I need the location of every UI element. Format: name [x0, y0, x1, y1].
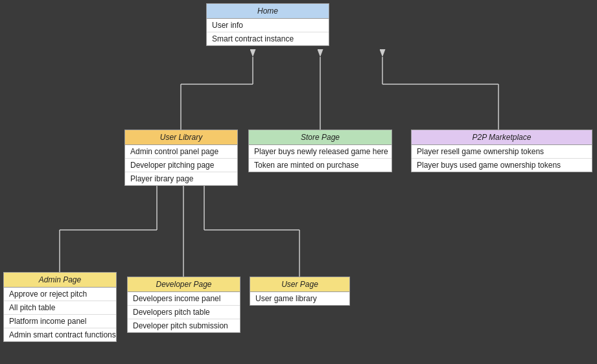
p2p-marketplace-row-0: Player resell game ownership tokens	[412, 145, 592, 159]
store-page-box: Store Page Player buys newly released ga…	[248, 130, 392, 172]
user-page-title: User Page	[281, 280, 318, 289]
p2p-marketplace-header: P2P Marketplace	[412, 130, 592, 145]
home-row-1: Smart contract instance	[207, 32, 329, 45]
admin-page-row-0: Approve or reject pitch	[4, 288, 116, 301]
developer-page-box: Developer Page Developers income panel D…	[127, 277, 240, 333]
store-page-row-0: Player buys newly released game here	[249, 145, 392, 159]
user-library-row-2: Player ibrary page	[125, 172, 237, 185]
user-library-title: User Library	[160, 133, 202, 142]
user-library-header: User Library	[125, 130, 237, 145]
home-header: Home	[207, 4, 329, 19]
p2p-marketplace-row-1: Player buys used game ownership tokens	[412, 159, 592, 172]
admin-page-header: Admin Page	[4, 273, 116, 288]
home-box: Home User info Smart contract instance	[206, 3, 329, 46]
user-page-box: User Page User game library	[250, 277, 350, 306]
store-page-row-1: Token are minted on purchase	[249, 159, 392, 172]
developer-page-header: Developer Page	[128, 277, 240, 292]
admin-page-row-3: Admin smart contract functions	[4, 328, 116, 341]
user-page-row-0: User game library	[250, 292, 349, 305]
store-page-title: Store Page	[301, 133, 340, 142]
user-library-row-1: Developer pitching page	[125, 159, 237, 172]
admin-page-row-1: All pitch table	[4, 301, 116, 315]
developer-page-row-1: Developers pitch table	[128, 306, 240, 319]
store-page-header: Store Page	[249, 130, 392, 145]
admin-page-row-2: Platform income panel	[4, 315, 116, 328]
home-title: Home	[257, 6, 278, 16]
user-library-row-0: Admin control panel page	[125, 145, 237, 159]
developer-page-title: Developer Page	[156, 280, 211, 289]
diagram: Home User info Smart contract instance U…	[0, 0, 597, 364]
admin-page-title: Admin Page	[39, 275, 81, 284]
home-row-0: User info	[207, 19, 329, 32]
p2p-marketplace-box: P2P Marketplace Player resell game owner…	[411, 130, 592, 172]
user-library-box: User Library Admin control panel page De…	[124, 130, 238, 186]
user-page-header: User Page	[250, 277, 349, 292]
developer-page-row-0: Developers income panel	[128, 292, 240, 306]
admin-page-box: Admin Page Approve or reject pitch All p…	[3, 272, 117, 342]
developer-page-row-2: Developer pitch submission	[128, 319, 240, 332]
p2p-marketplace-title: P2P Marketplace	[473, 133, 532, 142]
